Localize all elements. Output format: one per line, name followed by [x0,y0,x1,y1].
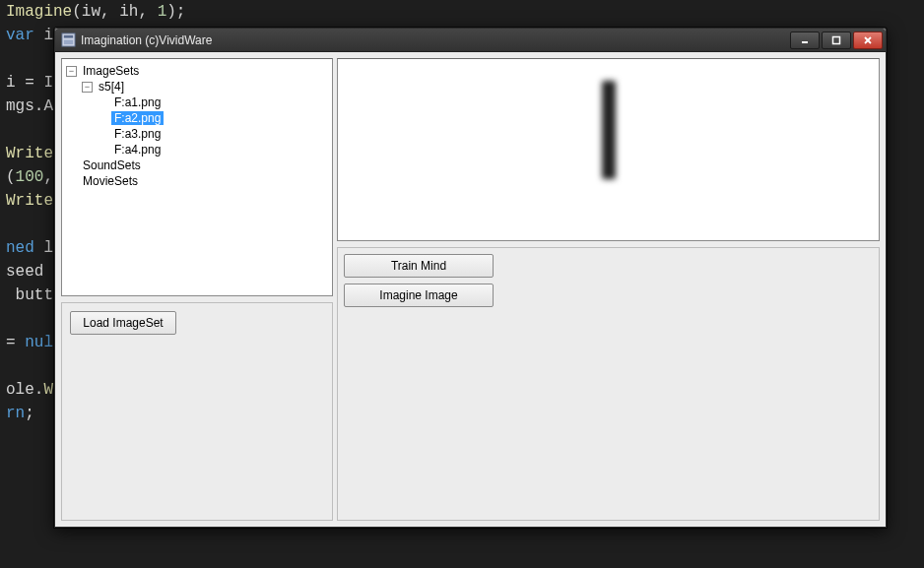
minimize-button[interactable] [790,32,820,49]
svg-rect-4 [833,36,840,43]
client-area: − ImageSets − s5[4] F:a1.pngF:a2.pngF:a3… [55,52,886,527]
titlebar[interactable]: Imagination (c)VividWare [55,29,886,52]
left-column: − ImageSets − s5[4] F:a1.pngF:a2.pngF:a3… [61,58,333,521]
tree-node-label: s5[4] [96,80,127,94]
expander-placeholder [66,160,77,171]
tree-leaf[interactable]: F:a4.png [98,142,330,158]
svg-rect-1 [64,35,73,38]
load-imageset-button[interactable]: Load ImageSet [70,311,176,335]
train-mind-button[interactable]: Train Mind [344,254,494,278]
svg-rect-2 [64,40,73,45]
left-lower-panel: Load ImageSet [61,302,333,521]
expander-placeholder [66,176,77,187]
tree-leaf[interactable]: F:a1.png [98,95,330,110]
right-column: Train Mind Imagine Image [337,58,880,521]
tree-leaf[interactable]: F:a3.png [98,126,330,142]
tree-leaf-label: F:a3.png [111,127,164,141]
tree-node-label: SoundSets [80,158,144,172]
tree-view[interactable]: − ImageSets − s5[4] F:a1.pngF:a2.pngF:a3… [61,58,333,296]
image-preview [337,58,880,241]
tree-node-s5[interactable]: − s5[4] [82,79,330,95]
tree-leaf-label: F:a1.png [111,95,164,109]
maximize-button[interactable] [822,32,851,49]
tree-leaf-label: F:a2.png [111,111,164,125]
tree-node-soundsets[interactable]: SoundSets [66,158,330,173]
expander-icon[interactable]: − [82,82,93,93]
right-lower-panel: Train Mind Imagine Image [337,247,880,521]
preview-content [602,81,616,179]
app-icon [61,32,76,47]
tree-node-label: ImageSets [80,64,142,78]
app-window: Imagination (c)VividWare − ImageSets [54,28,887,528]
window-title: Imagination (c)VividWare [81,33,790,47]
tree-leaf-label: F:a4.png [111,143,164,157]
imagine-image-button[interactable]: Imagine Image [344,284,494,307]
window-buttons [790,32,883,49]
tree-node-imagesets[interactable]: − ImageSets [66,63,330,79]
tree-leaf[interactable]: F:a2.png [98,110,330,126]
tree-node-label: MovieSets [80,174,141,188]
tree-node-moviesets[interactable]: MovieSets [66,173,330,189]
close-button[interactable] [853,32,883,49]
expander-icon[interactable]: − [66,66,77,77]
